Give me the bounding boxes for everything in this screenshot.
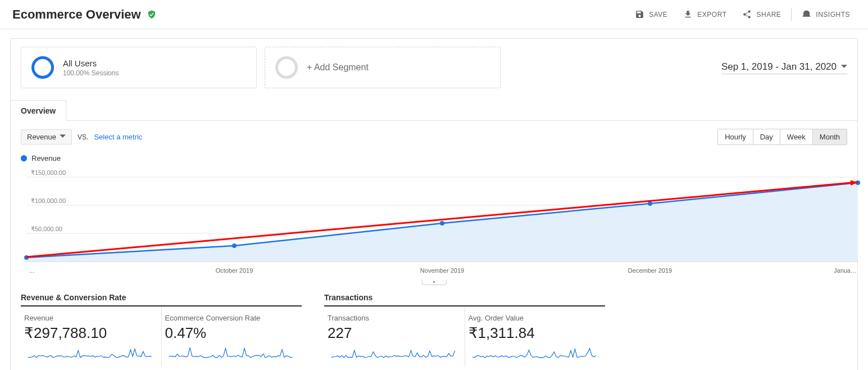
add-segment-label: + Add Segment: [307, 62, 369, 73]
gran-week[interactable]: Week: [780, 129, 813, 145]
svg-point-10: [648, 201, 652, 206]
stat-conversion-rate[interactable]: Ecommerce Conversion Rate 0.47%: [162, 307, 302, 367]
share-icon: [742, 10, 752, 19]
report-card: All Users 100.00% Sessions + Add Segment…: [10, 38, 858, 370]
date-range-picker[interactable]: Sep 1, 2019 - Jan 31, 2020: [721, 61, 847, 74]
svg-text:₹150,000.00: ₹150,000.00: [31, 169, 66, 176]
sparkline: [328, 345, 459, 361]
save-button[interactable]: SAVE: [627, 6, 675, 23]
vs-label: VS.: [78, 133, 88, 141]
insights-button[interactable]: INSIGHTS: [794, 6, 858, 23]
metrics-col-revenue: Revenue & Conversion Rate Revenue ₹297,7…: [21, 293, 302, 367]
svg-point-9: [440, 221, 444, 225]
revenue-chart: ₹50,000.00₹100,000.00₹150,000.00…October…: [21, 166, 864, 278]
verified-shield-icon: [147, 10, 157, 20]
stat-avg-order-value[interactable]: Avg. Order Value ₹1,311.84: [465, 307, 606, 367]
segment-circle-icon: [31, 56, 54, 79]
svg-text:…: …: [29, 267, 35, 274]
page-header: Ecommerce Overview SAVE EXPORT SHARE INS…: [0, 0, 868, 29]
export-icon: [683, 10, 693, 19]
metrics-col-transactions: Transactions Transactions 227 Avg. Order…: [324, 293, 605, 367]
sparkline: [24, 345, 156, 361]
segment-title: All Users: [63, 58, 119, 68]
legend-dot-icon: [21, 155, 27, 161]
add-segment-circle-icon: [275, 56, 298, 79]
gran-month[interactable]: Month: [813, 129, 847, 145]
svg-text:December 2019: December 2019: [628, 267, 672, 274]
caret-down-icon: [60, 133, 66, 141]
page-title: Ecommerce Overview: [12, 7, 141, 22]
metric-dropdown[interactable]: Revenue: [21, 129, 72, 145]
svg-text:₹50,000.00: ₹50,000.00: [31, 225, 62, 232]
svg-point-8: [232, 243, 237, 248]
sparkline: [469, 345, 600, 361]
stat-transactions[interactable]: Transactions 227: [324, 307, 465, 367]
granularity-group: Hourly Day Week Month: [717, 129, 847, 145]
save-icon: [635, 10, 644, 19]
toolbar-separator: [791, 8, 792, 21]
svg-text:October 2019: October 2019: [216, 267, 253, 274]
svg-text:₹100,000.00: ₹100,000.00: [31, 197, 66, 204]
select-metric-link[interactable]: Select a metric: [94, 133, 142, 141]
insights-icon: [802, 10, 811, 19]
stat-revenue[interactable]: Revenue ₹297,788.10: [21, 307, 162, 367]
add-segment-button[interactable]: + Add Segment: [265, 47, 501, 88]
col-title: Revenue & Conversion Rate: [21, 293, 302, 306]
svg-text:November 2019: November 2019: [420, 267, 464, 274]
sparkline: [165, 345, 297, 361]
caret-down-icon: [841, 61, 847, 73]
legend-label: Revenue: [31, 154, 61, 163]
gran-day[interactable]: Day: [753, 129, 780, 145]
gran-hourly[interactable]: Hourly: [718, 129, 753, 145]
tab-overview[interactable]: Overview: [10, 100, 66, 121]
col-title: Transactions: [324, 293, 605, 306]
svg-text:Janua…: Janua…: [834, 267, 857, 274]
export-button[interactable]: EXPORT: [675, 6, 734, 23]
segment-all-users[interactable]: All Users 100.00% Sessions: [21, 47, 257, 88]
segment-subtitle: 100.00% Sessions: [63, 69, 119, 77]
share-button[interactable]: SHARE: [734, 6, 789, 23]
